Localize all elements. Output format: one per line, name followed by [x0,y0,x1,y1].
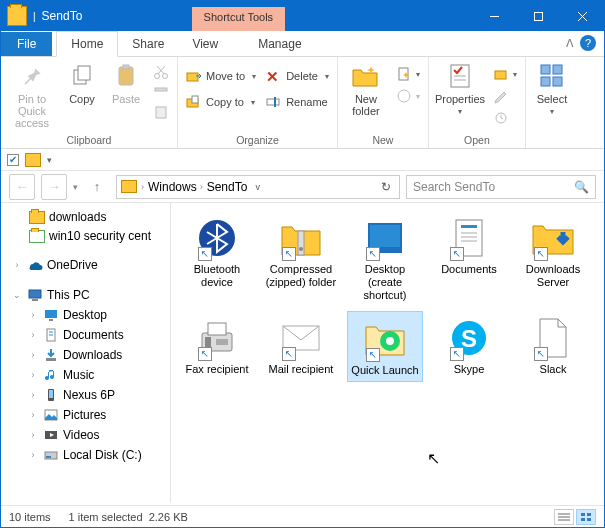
tree-item-onedrive[interactable]: ›OneDrive [1,255,170,275]
svg-rect-25 [553,65,562,74]
fax-icon [194,315,240,361]
back-button[interactable]: ← [9,174,35,200]
folder-icon [25,153,41,167]
title-bar: | SendTo Shortcut Tools [1,1,604,31]
nav-tree[interactable]: downloads win10 security cent ›OneDrive … [1,203,171,503]
item-desktop[interactable]: Desktop (create shortcut) [347,211,423,307]
edit-button[interactable] [491,87,519,105]
breadcrumb-segment[interactable]: SendTo [207,180,248,194]
content-area: downloads win10 security cent ›OneDrive … [1,203,604,503]
collapse-icon[interactable]: ⌄ [11,290,23,300]
status-bar: 10 items 1 item selected 2.26 KB [1,505,604,527]
context-tab-label: Shortcut Tools [192,7,286,31]
tree-item-thispc[interactable]: ⌄This PC [1,285,170,305]
desktop-icon [362,215,408,261]
select-checkbox[interactable]: ✔ [7,154,19,166]
forward-button[interactable]: → [41,174,67,200]
item-quick-launch[interactable]: Quick Launch [347,311,423,382]
disk-icon [43,447,59,463]
item-documents[interactable]: Documents [431,211,507,307]
icons-view-button[interactable] [576,509,596,525]
tree-item-desktop[interactable]: ›Desktop [1,305,170,325]
quick-launch-icon [362,316,408,362]
svg-rect-16 [274,97,276,107]
item-skype[interactable]: S Skype [431,311,507,382]
svg-rect-15 [267,99,279,105]
svg-rect-41 [46,456,51,458]
search-input[interactable]: Search SendTo 🔍 [406,175,596,199]
svg-point-18 [398,90,410,102]
file-icon [530,315,576,361]
open-button[interactable]: ▾ [491,65,519,83]
item-bluetooth[interactable]: Bluetooth device [179,211,255,307]
expand-icon[interactable]: › [11,260,23,270]
refresh-button[interactable]: ↻ [381,180,395,194]
svg-rect-12 [187,73,198,81]
tab-share[interactable]: Share [118,32,178,56]
tab-file[interactable]: File [1,32,52,56]
item-fax[interactable]: Fax recipient [179,311,255,382]
rename-button[interactable]: Rename [264,93,331,111]
cut-button[interactable] [151,63,171,81]
tree-item-documents[interactable]: ›Documents [1,325,170,345]
up-button[interactable]: ↑ [84,174,110,200]
item-slack[interactable]: Slack [515,311,591,382]
svg-point-44 [299,247,303,251]
breadcrumb[interactable]: › Windows› SendTo v ↻ [116,175,400,199]
close-button[interactable] [560,1,604,31]
svg-point-9 [163,74,168,79]
help-icon[interactable]: ? [580,35,596,51]
path-dropdown-icon[interactable]: v [255,182,260,192]
tab-view[interactable]: View [178,32,232,56]
recent-dropdown[interactable]: ▾ [73,182,78,192]
new-folder-icon [351,61,381,91]
svg-rect-66 [581,518,585,521]
svg-rect-22 [495,71,506,79]
easy-access-button[interactable]: ▾ [394,87,422,105]
collapse-ribbon-icon[interactable]: ᐱ [566,37,574,50]
address-bar: ← → ▾ ↑ › Windows› SendTo v ↻ Search Sen… [1,171,604,203]
delete-button[interactable]: ✕Delete [264,67,331,85]
item-downloads-server[interactable]: Downloads Server [515,211,591,307]
copy-button[interactable]: Copy [63,61,101,105]
move-to-button[interactable]: Move to [184,67,258,85]
history-button[interactable] [491,109,519,127]
tab-manage[interactable]: Manage [244,32,315,56]
phone-icon [43,387,59,403]
select-icon [537,61,567,91]
file-list[interactable]: Bluetooth device Compressed (zipped) fol… [171,203,604,503]
qat-dropdown[interactable]: ▾ [47,155,52,165]
tab-home[interactable]: Home [56,31,118,57]
tree-item-pictures[interactable]: ›Pictures [1,405,170,425]
breadcrumb-segment[interactable]: Windows› [148,180,203,194]
tree-item-nexus[interactable]: ›Nexus 6P [1,385,170,405]
copy-path-button[interactable] [151,83,171,101]
tree-item-localdisk[interactable]: ›Local Disk (C:) [1,445,170,465]
new-folder-button[interactable]: New folder [344,61,388,117]
documents-icon [43,327,59,343]
svg-rect-35 [46,358,56,361]
tree-item-videos[interactable]: ›Videos [1,425,170,445]
svg-rect-27 [553,77,562,86]
music-icon [43,367,59,383]
select-button[interactable]: Select ▾ [532,61,572,116]
group-organize: Move to Copy to ✕Delete Rename Organize [178,57,338,148]
tree-item-downloads2[interactable]: ›Downloads [1,345,170,365]
selection-count: 1 item selected 2.26 KB [69,511,188,523]
tree-item-music[interactable]: ›Music [1,365,170,385]
item-compressed[interactable]: Compressed (zipped) folder [263,211,339,307]
paste-shortcut-button[interactable] [151,103,171,121]
pin-quick-access-button[interactable]: Pin to Quick access [7,61,57,129]
new-item-button[interactable]: ▾ [394,65,422,83]
maximize-button[interactable] [516,1,560,31]
properties-button[interactable]: Properties ▾ [435,61,485,116]
svg-rect-7 [123,65,129,69]
tree-item-win10[interactable]: win10 security cent [1,226,170,245]
minimize-button[interactable] [472,1,516,31]
copy-to-button[interactable]: Copy to [184,93,258,111]
tree-item-downloads[interactable]: downloads [1,207,170,226]
paste-button[interactable]: Paste [107,61,145,105]
item-mail[interactable]: Mail recipient [263,311,339,382]
videos-icon [43,427,59,443]
details-view-button[interactable] [554,509,574,525]
